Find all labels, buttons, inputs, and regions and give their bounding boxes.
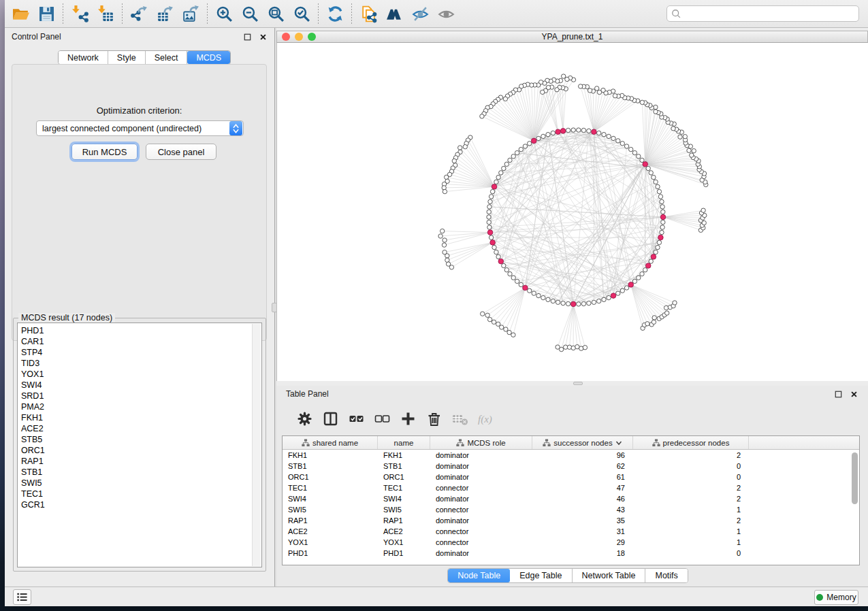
network-graph[interactable] (277, 43, 868, 381)
toolbar-separator (351, 3, 352, 24)
toolbar-group (322, 0, 348, 27)
save-session-icon (37, 5, 56, 23)
select-all-button[interactable] (343, 408, 369, 431)
table-row[interactable]: YOX1YOX1connector291 (283, 537, 859, 548)
mcds-result-item[interactable]: TEC1 (18, 489, 251, 499)
table-row[interactable]: PHD1PHD1dominator180 (283, 548, 859, 559)
float-table-panel-icon[interactable] (833, 389, 843, 399)
export-network-button[interactable] (126, 1, 152, 26)
hide-graphics-icon (411, 5, 430, 23)
mcds-result-item[interactable]: SWI5 (18, 478, 251, 489)
table-row[interactable]: ACE2ACE2connector311 (283, 526, 859, 537)
first-neighbors-button[interactable] (381, 1, 407, 26)
float-panel-icon[interactable] (242, 32, 252, 42)
deselect-all-button[interactable] (369, 408, 395, 431)
table-row[interactable]: ORC1ORC1dominator610 (283, 472, 859, 482)
zoom-fit-icon (267, 5, 285, 23)
open-file-button[interactable] (7, 1, 33, 26)
run-mcds-button[interactable]: Run MCDS (71, 144, 138, 160)
search-box[interactable] (666, 5, 859, 22)
hide-graphics-button[interactable] (407, 1, 433, 26)
zoom-selected-button[interactable] (289, 1, 315, 26)
gear-button[interactable] (291, 408, 317, 431)
close-panel-icon[interactable] (258, 32, 268, 42)
column-header-shared-name[interactable]: shared name (283, 436, 378, 449)
open-file-icon (12, 5, 30, 23)
memory-button[interactable]: Memory (814, 590, 858, 605)
table-row[interactable]: STB1STB1dominator620 (283, 461, 859, 472)
export-table-button[interactable] (152, 1, 178, 26)
memory-status-icon (816, 594, 823, 601)
table-row[interactable]: SWI4SWI4dominator462 (283, 493, 859, 504)
refresh-button[interactable] (322, 1, 348, 26)
memory-label: Memory (826, 593, 856, 602)
cell-name: ACE2 (378, 526, 430, 537)
cell-name: RAP1 (378, 515, 430, 526)
import-table-button[interactable] (93, 1, 118, 26)
horizontal-splitter-handle[interactable] (573, 382, 583, 385)
table-scrollbar-thumb[interactable] (852, 452, 858, 504)
delete-column-button[interactable] (421, 408, 447, 431)
cell-MCDS-role: connector (430, 482, 532, 493)
mcds-result-item[interactable]: SRD1 (18, 391, 251, 401)
task-history-button[interactable] (13, 589, 31, 605)
table-row[interactable]: TEC1TEC1connector472 (283, 482, 859, 493)
criterion-dropdown[interactable]: largest connected component (undirected) (36, 120, 244, 136)
mcds-result-item[interactable]: STB1 (18, 467, 251, 478)
tab-style[interactable]: Style (108, 51, 146, 64)
show-columns-button[interactable] (317, 408, 343, 431)
mcds-result-item[interactable]: PHD1 (18, 325, 251, 336)
mcds-result-item[interactable]: STB5 (18, 434, 251, 445)
cell-successor-nodes: 61 (532, 472, 633, 482)
zoom-out-button[interactable] (237, 1, 263, 26)
network-window-titlebar: YPA_prune.txt_1 (276, 31, 868, 43)
table-row[interactable]: FKH1FKH1dominator962 (283, 450, 859, 461)
add-column-button[interactable] (395, 408, 421, 431)
network-canvas[interactable] (276, 43, 868, 381)
column-header-successor-nodes[interactable]: successor nodes (532, 436, 633, 449)
column-header-predecessor-nodes[interactable]: predecessor nodes (633, 436, 749, 449)
save-session-button[interactable] (33, 1, 59, 26)
mcds-result-item[interactable]: PMA2 (18, 401, 251, 412)
show-graphics-button[interactable] (433, 1, 459, 26)
list-icon (16, 592, 28, 602)
tab-edge-table[interactable]: Edge Table (510, 569, 572, 582)
search-input[interactable] (684, 9, 854, 18)
mcds-result-item[interactable]: TID3 (18, 358, 251, 369)
table-row[interactable]: SWI5SWI5connector431 (283, 504, 859, 515)
zoom-fit-button[interactable] (263, 1, 289, 26)
tab-motifs[interactable]: Motifs (645, 569, 687, 582)
horizontal-splitter[interactable] (276, 381, 868, 386)
clear-table-button (447, 408, 472, 431)
mcds-result-item[interactable]: GCR1 (18, 499, 251, 510)
mcds-result-item[interactable]: RAP1 (18, 456, 251, 467)
mcds-result-item[interactable]: FKH1 (18, 412, 251, 423)
cell-name: TEC1 (378, 482, 430, 493)
new-network-from-selection-button[interactable] (355, 1, 381, 26)
toolbar-group (126, 0, 204, 27)
column-header-name[interactable]: name (378, 436, 430, 449)
mcds-result-item[interactable]: ACE2 (18, 423, 251, 434)
zoom-in-button[interactable] (211, 1, 237, 26)
mcds-result-item[interactable]: ORC1 (18, 445, 251, 456)
tab-mcds[interactable]: MCDS (187, 51, 230, 64)
import-network-button[interactable] (67, 1, 93, 26)
table-row[interactable]: RAP1RAP1dominator352 (283, 515, 859, 526)
mcds-result-item[interactable]: CAR1 (18, 336, 251, 347)
cell-predecessor-nodes: 2 (633, 450, 749, 461)
mcds-result-item[interactable]: YOX1 (18, 369, 251, 380)
close-panel-button[interactable]: Close panel (146, 144, 216, 160)
cell-MCDS-role: dominator (430, 515, 532, 526)
tab-network[interactable]: Network (59, 51, 108, 64)
close-table-panel-icon[interactable] (849, 389, 858, 399)
select-all-icon (348, 410, 365, 427)
tab-network-table[interactable]: Network Table (573, 569, 646, 582)
mcds-result-item[interactable]: STP4 (18, 347, 251, 358)
column-header-MCDS-role[interactable]: MCDS role (430, 436, 532, 449)
tab-node-table[interactable]: Node Table (448, 569, 510, 582)
export-image-button[interactable] (178, 1, 204, 26)
mcds-list-scrollbar[interactable] (252, 324, 261, 566)
tab-select[interactable]: Select (146, 51, 188, 64)
zoom-out-icon (241, 5, 259, 23)
mcds-result-item[interactable]: SWI4 (18, 380, 251, 391)
